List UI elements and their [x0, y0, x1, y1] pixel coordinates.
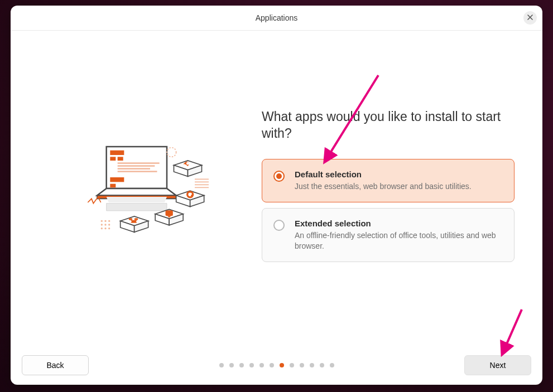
- svg-point-36: [136, 220, 138, 222]
- option-title: Default selection: [295, 170, 503, 179]
- pagination-dot: [259, 363, 264, 367]
- main-panel: What apps would you like to install to s…: [262, 109, 514, 267]
- pagination-dot: [229, 363, 234, 367]
- option-default-selection[interactable]: Default selection Just the essentials, w…: [262, 159, 514, 202]
- page-heading: What apps would you like to install to s…: [262, 109, 514, 142]
- svg-rect-11: [110, 183, 116, 187]
- svg-point-49: [104, 228, 106, 229]
- svg-point-35: [129, 220, 131, 222]
- svg-point-50: [108, 228, 110, 229]
- content-area: What apps would you like to install to s…: [11, 31, 542, 346]
- next-button[interactable]: Next: [464, 355, 531, 375]
- svg-point-37: [167, 147, 176, 157]
- pagination-dot: [270, 363, 274, 367]
- illustration-laptop-apps: [39, 116, 239, 261]
- svg-marker-12: [107, 197, 167, 202]
- pagination-dots: [219, 363, 334, 367]
- pagination-dot: [300, 363, 304, 367]
- radio-unselected-icon: [273, 220, 285, 231]
- svg-point-48: [101, 228, 103, 229]
- pagination-dot: [219, 363, 224, 367]
- svg-rect-8: [118, 168, 150, 170]
- pagination-dot: [280, 363, 284, 367]
- svg-rect-3: [110, 150, 124, 154]
- svg-rect-9: [118, 171, 157, 172]
- svg-rect-5: [118, 157, 123, 161]
- option-extended-selection[interactable]: Extended selection An offline-friendly s…: [262, 208, 514, 262]
- pagination-dot: [320, 363, 324, 367]
- pagination-dot: [239, 363, 244, 367]
- svg-point-23: [191, 194, 193, 196]
- svg-rect-7: [118, 165, 155, 167]
- svg-marker-13: [107, 203, 167, 210]
- titlebar: Applications: [11, 6, 542, 31]
- svg-point-42: [101, 220, 103, 221]
- option-text: Default selection Just the essentials, w…: [295, 170, 503, 192]
- svg-point-44: [108, 220, 110, 221]
- footer: Back Next: [11, 346, 542, 385]
- svg-point-47: [108, 224, 110, 225]
- svg-point-17: [186, 162, 189, 164]
- option-description: Just the essentials, web browser and bas…: [295, 181, 503, 192]
- pagination-dot: [310, 363, 314, 367]
- svg-rect-10: [110, 177, 124, 182]
- close-button[interactable]: [523, 11, 537, 25]
- option-title: Extended selection: [295, 219, 503, 228]
- svg-point-46: [104, 224, 106, 225]
- svg-rect-6: [118, 162, 160, 164]
- pagination-dot: [290, 363, 294, 367]
- svg-marker-1: [97, 188, 176, 196]
- svg-point-43: [104, 220, 106, 221]
- radio-selected-icon: [273, 171, 285, 182]
- svg-rect-32: [129, 218, 133, 220]
- close-icon: [527, 13, 533, 23]
- window-title: Applications: [256, 13, 298, 22]
- pagination-dot: [249, 363, 254, 367]
- pagination-dot: [330, 363, 334, 367]
- svg-point-45: [101, 224, 103, 225]
- svg-rect-27: [166, 210, 173, 216]
- svg-rect-4: [110, 157, 116, 161]
- option-text: Extended selection An offline-friendly s…: [295, 219, 503, 251]
- installer-dialog: Applications: [11, 6, 542, 385]
- svg-rect-33: [134, 218, 138, 220]
- option-description: An offline-friendly selection of office …: [295, 230, 503, 251]
- svg-rect-34: [131, 220, 137, 222]
- back-button[interactable]: Back: [22, 355, 89, 375]
